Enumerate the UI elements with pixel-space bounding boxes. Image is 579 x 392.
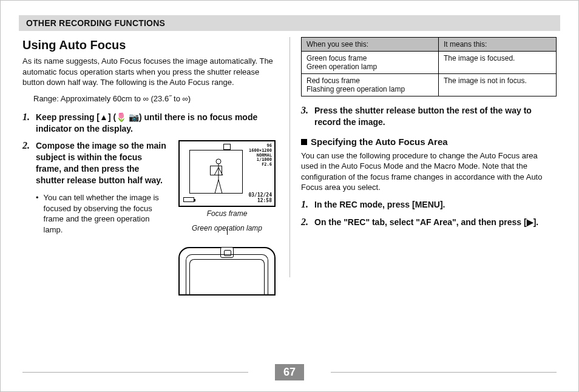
step-2: 2. Compose the image so the main subject… bbox=[22, 140, 169, 186]
step-text: In the REC mode, press [MENU]. bbox=[314, 199, 445, 211]
range-text: Range: Approximately 60cm to ∞ (23.6˝ to… bbox=[33, 94, 279, 103]
sub-step-2: 2. On the "REC" tab, select "AF Area", a… bbox=[301, 217, 557, 228]
step-number: 2. bbox=[301, 217, 314, 228]
table-cell: Red focus frame Flashing green operation… bbox=[302, 74, 439, 96]
step-text: Compose the image so the main subject is… bbox=[36, 140, 169, 186]
square-bullet-icon bbox=[301, 139, 307, 145]
subsection-intro: You can use the following procedure to c… bbox=[301, 150, 557, 193]
vf-frame bbox=[189, 150, 243, 194]
caption-focus-frame: Focus frame bbox=[175, 209, 279, 218]
section-header: OTHER RECORDING FUNCTIONS bbox=[19, 15, 560, 31]
step-1: 1. Keep pressing [▲] (🌷 📷) until there i… bbox=[22, 112, 279, 135]
callout-line bbox=[227, 228, 228, 235]
step-text: Keep pressing [▲] (🌷 📷) until there is n… bbox=[36, 112, 279, 135]
intro-paragraph: As its name suggests, Auto Focus focuses… bbox=[22, 56, 279, 88]
table-header: It means this: bbox=[439, 38, 557, 52]
focus-indicator-table: When you see this: It means this: Green … bbox=[301, 37, 557, 96]
step-number: 1. bbox=[301, 199, 314, 211]
page-footer: 67 bbox=[1, 364, 578, 380]
step-3: 3. Press the shutter release button the … bbox=[301, 105, 557, 128]
camera-top-illustration bbox=[178, 235, 276, 277]
bullet-text: You can tell whether the image is focuse… bbox=[44, 192, 169, 235]
table-cell: The image is not in focus. bbox=[439, 74, 557, 96]
step-text: Press the shutter release button the res… bbox=[314, 105, 557, 128]
subsection-heading-text: Specifying the Auto Focus Area bbox=[311, 137, 448, 147]
mode-icon bbox=[223, 144, 231, 150]
page-number: 67 bbox=[275, 364, 304, 380]
table-cell: The image is focused. bbox=[439, 52, 557, 74]
bullet-dot: • bbox=[36, 192, 39, 235]
illustration-block: 96 1600×1200 NORMAL 1/1000 F2.6 03/12/24… bbox=[175, 140, 279, 277]
table-row: Green focus frame Green operation lamp T… bbox=[302, 52, 557, 74]
page-title: Using Auto Focus bbox=[22, 38, 279, 52]
right-column: When you see this: It means this: Green … bbox=[290, 37, 557, 277]
step-number: 1. bbox=[22, 112, 36, 135]
osd-readout: 96 1600×1200 NORMAL 1/1000 F2.6 bbox=[249, 144, 272, 167]
step-2-bullet: • You can tell whether the image is focu… bbox=[36, 192, 169, 235]
table-row: Red focus frame Flashing green operation… bbox=[302, 74, 557, 96]
step-number: 3. bbox=[301, 105, 314, 128]
svg-point-0 bbox=[216, 159, 221, 164]
step-text: On the "REC" tab, select "AF Area", and … bbox=[314, 217, 538, 228]
viewfinder-illustration: 96 1600×1200 NORMAL 1/1000 F2.6 03/12/24… bbox=[178, 140, 276, 207]
table-header: When you see this: bbox=[302, 38, 439, 52]
left-column: Using Auto Focus As its name suggests, A… bbox=[22, 37, 290, 277]
person-outline-icon bbox=[213, 158, 224, 195]
subsection-heading: Specifying the Auto Focus Area bbox=[301, 137, 557, 147]
table-cell: Green focus frame Green operation lamp bbox=[302, 52, 439, 74]
step-number: 2. bbox=[22, 140, 36, 186]
osd-datetime: 03/12/24 12:58 bbox=[248, 192, 272, 203]
section-header-text: OTHER RECORDING FUNCTIONS bbox=[26, 18, 165, 28]
battery-icon bbox=[183, 197, 194, 202]
sub-step-1: 1. In the REC mode, press [MENU]. bbox=[301, 199, 557, 211]
